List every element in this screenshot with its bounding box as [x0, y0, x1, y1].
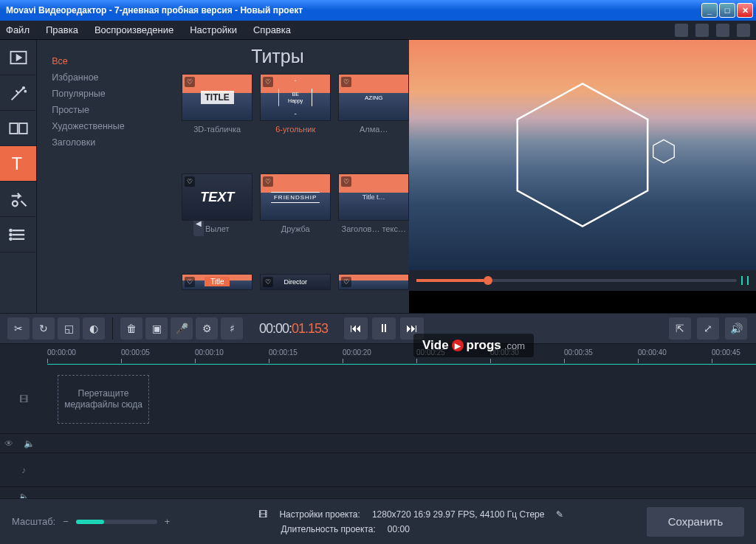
- card-label: Заголов… текс…: [338, 224, 409, 244]
- equalizer-button[interactable]: ♯: [221, 317, 243, 340]
- card-label: Дружба: [260, 224, 331, 244]
- tool-transitions[interactable]: [0, 111, 36, 146]
- save-button[interactable]: Сохранить: [647, 507, 744, 537]
- svg-text:T: T: [11, 154, 21, 173]
- tool-filters[interactable]: [0, 75, 36, 111]
- audio-track[interactable]: ♪: [0, 453, 756, 487]
- marker-in[interactable]: [741, 276, 743, 285]
- share-vk-icon[interactable]: [716, 24, 729, 37]
- popout-button[interactable]: ⇱: [669, 317, 691, 340]
- film-icon: 🎞: [19, 394, 28, 404]
- category-item[interactable]: Художественные: [52, 118, 157, 134]
- title-card[interactable]: ♡Title: [182, 274, 252, 313]
- category-item[interactable]: Избранное: [52, 69, 157, 86]
- gear-button[interactable]: ⚙: [196, 317, 218, 340]
- title-card[interactable]: ♡AZING Алма…: [338, 74, 409, 168]
- ruler-tick: 00:00:10: [195, 348, 224, 357]
- track-controls: 👁 🔈: [0, 434, 756, 453]
- menu-playback[interactable]: Воспроизведение: [94, 24, 173, 35]
- window-minimize-button[interactable]: _: [701, 3, 718, 18]
- title-card[interactable]: ♡FRIENDSHIP Дружба: [260, 173, 331, 267]
- ruler-tick: 00:00:35: [564, 348, 593, 357]
- ruler-tick: 00:00:00: [47, 348, 76, 357]
- hexagon-overlay: [505, 78, 660, 233]
- eye-icon[interactable]: 👁: [4, 438, 13, 449]
- title-card[interactable]: ♡Title t… Заголов… текс…: [338, 173, 409, 267]
- category-item[interactable]: Заголовки: [52, 134, 157, 151]
- heart-icon[interactable]: ♡: [341, 277, 351, 287]
- share-more-icon[interactable]: [737, 24, 750, 37]
- heart-icon[interactable]: ♡: [185, 277, 195, 287]
- svg-point-10: [10, 230, 11, 231]
- rotate-button[interactable]: ↻: [32, 317, 55, 340]
- title-card[interactable]: ♡TEXT Вылет: [182, 173, 252, 267]
- share-youtube-icon[interactable]: [675, 24, 688, 37]
- menu-settings[interactable]: Настройки: [190, 24, 237, 35]
- menu-help[interactable]: Справка: [253, 24, 291, 35]
- tool-callouts[interactable]: [0, 182, 36, 217]
- zoom-label: Масштаб:: [12, 516, 55, 527]
- heart-icon[interactable]: ♡: [341, 176, 351, 187]
- speaker-icon[interactable]: 🔈: [24, 438, 35, 449]
- heart-icon[interactable]: ♡: [185, 77, 195, 87]
- watermark: Vide▶progs.com: [413, 334, 534, 357]
- titles-gallery: ♡TITLE 3D-табличка ♡ BEHappy 6-угольник …: [182, 40, 409, 313]
- crop-button[interactable]: ◱: [58, 317, 80, 340]
- tool-titles[interactable]: T: [0, 146, 36, 182]
- prev-frame-button[interactable]: ⏮: [344, 317, 368, 340]
- preview-image: [409, 40, 756, 270]
- drop-zone[interactable]: Перетащите медиафайлы сюда: [58, 375, 149, 424]
- share-ok-icon[interactable]: [695, 24, 709, 37]
- title-card[interactable]: ♡ BEHappy 6-угольник: [260, 74, 331, 168]
- ruler-tick: 00:00:40: [638, 348, 667, 357]
- hexagon-small-overlay: [651, 139, 676, 167]
- scrub-handle[interactable]: [484, 276, 492, 285]
- menu-file[interactable]: Файл: [6, 24, 30, 35]
- image-button[interactable]: ▣: [145, 317, 168, 340]
- ruler-tick: 00:00:45: [712, 348, 740, 357]
- volume-button[interactable]: 🔊: [725, 317, 747, 340]
- card-label: Алма…: [338, 124, 409, 145]
- zoom-slider[interactable]: [76, 520, 157, 524]
- marker-out[interactable]: [747, 276, 749, 285]
- window-titlebar: Movavi Видеоредактор - 7-дневная пробная…: [0, 0, 756, 21]
- svg-point-2: [24, 90, 26, 92]
- title-card[interactable]: ♡TITLE 3D-табличка: [182, 74, 252, 168]
- zoom-in-button[interactable]: +: [165, 516, 171, 527]
- tool-more[interactable]: [0, 217, 36, 252]
- menubar: Файл Правка Воспроизведение Настройки Сп…: [0, 21, 756, 40]
- svg-point-12: [10, 238, 11, 239]
- ruler-tick: 00:00:20: [343, 348, 371, 357]
- panel-title: Титры: [251, 46, 303, 67]
- tool-media[interactable]: [0, 40, 36, 75]
- preview-scrubber[interactable]: [409, 270, 756, 291]
- category-list: Все Избранное Популярные Простые Художес…: [37, 40, 164, 313]
- heart-icon[interactable]: ♡: [341, 77, 351, 87]
- delete-button[interactable]: 🗑: [120, 317, 142, 340]
- svg-rect-3: [10, 123, 17, 134]
- title-card[interactable]: ♡Director: [260, 274, 331, 313]
- edit-project-button[interactable]: ✎: [556, 509, 563, 520]
- svg-point-6: [12, 201, 17, 206]
- fullscreen-button[interactable]: ⤢: [697, 317, 719, 340]
- heart-icon[interactable]: ♡: [263, 77, 273, 87]
- color-button[interactable]: ◐: [83, 317, 105, 340]
- window-close-button[interactable]: ✕: [737, 3, 753, 18]
- video-track[interactable]: 🎞 Перетащите медиафайлы сюда: [0, 365, 756, 434]
- heart-icon[interactable]: ♡: [263, 176, 273, 187]
- heart-icon[interactable]: ♡: [185, 176, 195, 187]
- mic-button[interactable]: 🎤: [171, 317, 193, 340]
- category-item[interactable]: Простые: [52, 102, 157, 118]
- heart-icon[interactable]: ♡: [263, 277, 273, 287]
- pause-button[interactable]: ⏸: [372, 317, 396, 340]
- cut-button[interactable]: ✂: [7, 317, 30, 340]
- menu-edit[interactable]: Правка: [46, 24, 78, 35]
- timeline-ruler[interactable]: 00:00:00 00:00:05 00:00:10 00:00:15 00:0…: [47, 348, 756, 365]
- title-card[interactable]: ♡: [338, 274, 409, 313]
- window-maximize-button[interactable]: □: [719, 3, 735, 18]
- film-icon: 🎞: [258, 509, 267, 520]
- category-item[interactable]: Популярные: [52, 86, 157, 102]
- category-item[interactable]: Все: [52, 53, 157, 69]
- preview-pane: [409, 40, 756, 313]
- zoom-out-button[interactable]: −: [63, 516, 69, 527]
